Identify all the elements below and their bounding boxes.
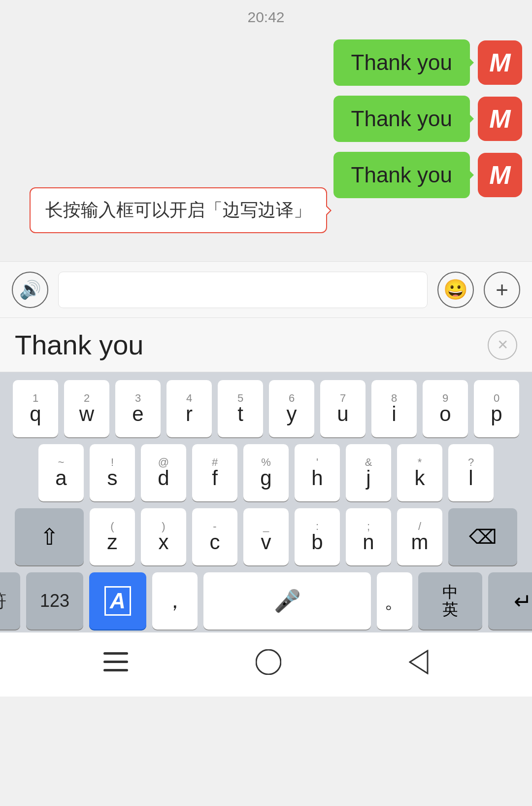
shift-icon: ⇧ (40, 524, 59, 550)
key-j[interactable]: & j (346, 444, 391, 501)
key-k[interactable]: * k (397, 444, 442, 501)
message-bubble[interactable]: Thank you (333, 96, 470, 142)
clear-button[interactable]: ✕ (488, 330, 517, 360)
status-bar: 20:42 (0, 0, 532, 35)
bottom-nav (0, 632, 532, 697)
add-button[interactable]: + (484, 272, 520, 308)
key-e[interactable]: 3 e (115, 380, 161, 437)
avatar: M (478, 97, 522, 141)
key-f[interactable]: # f (192, 444, 237, 501)
voice-icon: 🔊 (19, 280, 41, 300)
message-row: Thank you M (333, 96, 522, 142)
key-x[interactable]: ) x (141, 508, 186, 565)
message-row: Thank you M (333, 39, 522, 86)
key-m[interactable]: / m (397, 508, 442, 565)
home-icon[interactable] (256, 649, 281, 680)
input-preview: Thank you ✕ (0, 318, 532, 372)
key-y[interactable]: 6 y (269, 380, 314, 437)
key-n[interactable]: ; n (346, 508, 391, 565)
clear-icon: ✕ (497, 337, 508, 353)
key-l[interactable]: ? l (448, 444, 494, 501)
key-row-2: ~ a ! s @ d # f % g ' h & j * k (3, 444, 529, 501)
avatar: M (478, 40, 522, 85)
symbols-key[interactable]: 符 (0, 572, 20, 630)
key-t[interactable]: 5 t (218, 380, 263, 437)
numbers-label: 123 (40, 592, 69, 610)
svg-rect-1 (103, 661, 128, 663)
key-u[interactable]: 7 u (320, 380, 366, 437)
shift-key[interactable]: ⇧ (15, 508, 84, 565)
comma-key[interactable]: ， (152, 572, 198, 630)
status-time: 20:42 (247, 9, 284, 26)
message-text: Thank you (351, 163, 452, 187)
voice-button[interactable]: 🔊 (12, 272, 48, 308)
key-o[interactable]: 9 o (423, 380, 468, 437)
zh-en-key[interactable]: 中 英 (418, 572, 482, 630)
microphone-icon: 🎤 (274, 588, 301, 614)
message-text: Thank you (351, 50, 452, 74)
emoji-icon: 😀 (443, 278, 468, 301)
message-bubble[interactable]: Thank you (333, 39, 470, 86)
return-key[interactable]: ↵ (488, 572, 532, 630)
svg-marker-4 (410, 651, 428, 673)
input-mode-label: A (104, 586, 131, 616)
comma-label: ， (165, 591, 185, 611)
input-preview-text: Thank you (15, 329, 478, 361)
key-row-4: 符 123 A ， 🎤 。 中 英 ↵ (3, 572, 529, 630)
input-bar: 🔊 😀 + (0, 261, 532, 318)
key-row-1: 1 q 2 w 3 e 4 r 5 t 6 y 7 u 8 i (3, 380, 529, 437)
delete-key[interactable]: ⌫ (448, 508, 517, 565)
key-s[interactable]: ! s (90, 444, 135, 501)
message-row: Thank you M (333, 152, 522, 198)
space-key[interactable]: 🎤 (203, 572, 371, 630)
avatar: M (478, 153, 522, 197)
text-input[interactable] (58, 272, 428, 308)
key-h[interactable]: ' h (295, 444, 340, 501)
key-p[interactable]: 0 p (474, 380, 519, 437)
message-bubble[interactable]: Thank you (333, 152, 470, 198)
return-icon: ↵ (514, 589, 532, 614)
emoji-button[interactable]: 😀 (437, 272, 474, 308)
plus-icon: + (496, 278, 508, 302)
key-v[interactable]: _ v (243, 508, 289, 565)
symbols-label: 符 (0, 592, 6, 610)
zh-en-label: 中 (442, 584, 458, 601)
tooltip-container: 长按输入框可以开启「边写边译」 (30, 187, 327, 233)
period-key[interactable]: 。 (377, 572, 412, 630)
keyboard: 1 q 2 w 3 e 4 r 5 t 6 y 7 u 8 i (0, 372, 532, 632)
period-label: 。 (384, 591, 405, 611)
svg-rect-3 (256, 650, 281, 674)
svg-rect-0 (103, 652, 128, 655)
key-d[interactable]: @ d (141, 444, 186, 501)
key-q[interactable]: 1 q (13, 380, 58, 437)
tooltip-text: 长按输入框可以开启「边写边译」 (45, 200, 311, 220)
delete-icon: ⌫ (469, 526, 497, 548)
key-r[interactable]: 4 r (166, 380, 212, 437)
key-i[interactable]: 8 i (371, 380, 417, 437)
tooltip-box: 长按输入框可以开启「边写边译」 (30, 187, 327, 233)
key-g[interactable]: % g (243, 444, 289, 501)
back-icon[interactable] (409, 650, 429, 679)
numbers-key[interactable]: 123 (26, 572, 83, 630)
key-z[interactable]: ( z (90, 508, 135, 565)
key-a[interactable]: ~ a (38, 444, 84, 501)
key-c[interactable]: - c (192, 508, 237, 565)
menu-icon[interactable] (103, 652, 128, 677)
key-row-3: ⇧ ( z ) x - c _ v : b ; n / m (3, 508, 529, 565)
svg-rect-2 (103, 669, 128, 671)
key-b[interactable]: : b (295, 508, 340, 565)
key-w[interactable]: 2 w (64, 380, 109, 437)
message-text: Thank you (351, 106, 452, 131)
chat-area: Thank you M Thank you M Thank you M 长按输入… (0, 35, 532, 261)
zh-en-label2: 英 (442, 601, 458, 618)
input-mode-key[interactable]: A (89, 572, 146, 630)
